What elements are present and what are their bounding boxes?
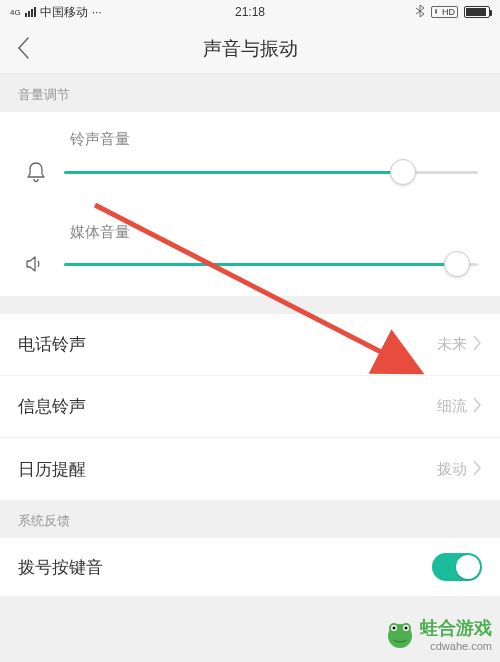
dialpad-sound-label: 拨号按键音 [18,556,103,579]
section-feedback: 系统反馈 [0,500,500,538]
toggle-knob [456,555,480,579]
carrier-label: 中国移动 [40,4,88,21]
spacer [0,296,500,314]
status-bar: 4G 中国移动 ··· 21:18 HD [0,0,500,24]
watermark: 蛙合游戏 cdwahe.com [384,616,492,652]
chevron-right-icon [473,397,482,416]
message-ringtone-label: 信息铃声 [18,395,86,418]
volume-block: 铃声音量 媒体音量 [0,112,500,296]
phone-ringtone-label: 电话铃声 [18,333,86,356]
speaker-icon [22,254,50,274]
media-volume-row: 媒体音量 [0,205,500,296]
chevron-right-icon [473,460,482,479]
page-title: 声音与振动 [203,36,298,62]
media-fill [64,263,457,266]
svg-point-6 [393,627,396,630]
media-thumb[interactable] [444,251,470,277]
calendar-reminder-value: 拨动 [437,460,467,479]
ringtone-volume-row: 铃声音量 [0,112,500,205]
status-more: ··· [92,5,102,19]
battery-icon [464,6,490,18]
status-time: 21:18 [235,5,265,19]
network-type: 4G [10,8,21,17]
status-right: HD [415,4,490,21]
bluetooth-icon [415,4,425,21]
ringtone-label: 铃声音量 [70,130,478,149]
page-header: 声音与振动 [0,24,500,74]
svg-point-7 [405,627,408,630]
calendar-reminder-label: 日历提醒 [18,458,86,481]
signal-icon [25,7,36,17]
dialpad-sound-toggle[interactable] [432,553,482,581]
back-button[interactable] [16,36,30,64]
media-slider[interactable] [64,263,478,266]
watermark-brand: 蛙合游戏 [420,616,492,640]
ringtone-fill [64,171,403,174]
frog-icon [384,618,416,650]
bell-icon [22,161,50,183]
media-label: 媒体音量 [70,223,478,242]
phone-ringtone-row[interactable]: 电话铃声 未来 [0,314,500,376]
volte-icon: HD [431,6,458,18]
chevron-right-icon [473,335,482,354]
phone-ringtone-value: 未来 [437,335,467,354]
section-volume: 音量调节 [0,74,500,112]
dialpad-sound-row: 拨号按键音 [0,538,500,596]
ringtone-thumb[interactable] [390,159,416,185]
calendar-reminder-row[interactable]: 日历提醒 拨动 [0,438,500,500]
message-ringtone-value: 细流 [437,397,467,416]
watermark-url: cdwahe.com [420,640,492,652]
message-ringtone-row[interactable]: 信息铃声 细流 [0,376,500,438]
ringtone-slider[interactable] [64,171,478,174]
status-left: 4G 中国移动 ··· [10,4,102,21]
ringtone-block: 电话铃声 未来 信息铃声 细流 日历提醒 拨动 [0,314,500,500]
